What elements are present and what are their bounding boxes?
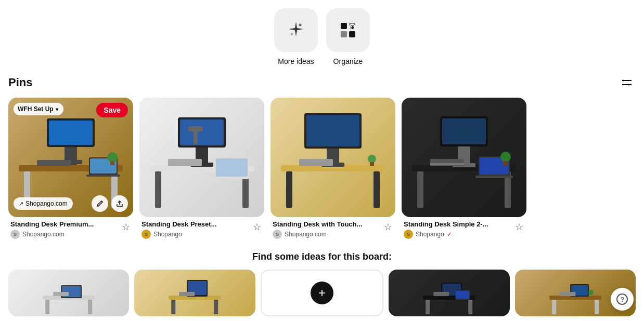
share-icon bbox=[116, 200, 123, 207]
edit-button-pin1[interactable] bbox=[92, 195, 108, 212]
save-star-pin2[interactable]: ☆ bbox=[252, 220, 262, 234]
chevron-down-icon: ▾ bbox=[56, 106, 58, 112]
pin-3-avatar: S bbox=[273, 230, 282, 239]
more-ideas-icon-wrap bbox=[274, 8, 318, 52]
pin-1-actions bbox=[92, 195, 128, 212]
svg-rect-5 bbox=[349, 31, 355, 37]
verified-icon: ✓ bbox=[447, 231, 452, 238]
svg-rect-75 bbox=[468, 300, 472, 314]
organize-icon: ⊞ bbox=[338, 20, 358, 41]
pin-card-3[interactable]: Standing Desk with Touch... S Shopango.c… bbox=[271, 98, 395, 239]
more-ideas-button[interactable]: More ideas bbox=[274, 8, 318, 65]
svg-point-59 bbox=[500, 152, 511, 162]
idea-card-2[interactable] bbox=[134, 270, 255, 316]
pin-2-source-row: S Shopango bbox=[141, 230, 252, 239]
ideas-row: + bbox=[8, 270, 636, 316]
find-ideas-section: Find some ideas for this board: bbox=[0, 239, 644, 321]
svg-rect-48 bbox=[417, 171, 423, 208]
help-icon: ? bbox=[616, 293, 628, 305]
share-button-pin1[interactable] bbox=[111, 195, 128, 212]
pin-1-source: Shopango.com bbox=[22, 231, 65, 238]
pin-card-4[interactable]: Standing Desk Simple 2-... S Shopango ✓ … bbox=[402, 98, 526, 239]
pin-1-text: Standing Desk Premium... S Shopango.com bbox=[10, 220, 121, 239]
svg-point-0 bbox=[299, 24, 302, 26]
svg-rect-86 bbox=[560, 292, 575, 296]
pin-4-info: Standing Desk Simple 2-... S Shopango ✓ … bbox=[402, 217, 526, 239]
idea-img-4 bbox=[389, 270, 509, 316]
pin-image-2 bbox=[139, 98, 264, 217]
save-star-pin1[interactable]: ☆ bbox=[121, 220, 131, 234]
external-link-icon: ↗ bbox=[19, 200, 23, 207]
find-ideas-title: Find some ideas for this board: bbox=[8, 251, 636, 262]
save-star-pin4[interactable]: ☆ bbox=[514, 220, 524, 234]
more-ideas-label: More ideas bbox=[278, 57, 314, 65]
idea-img-2 bbox=[134, 270, 255, 316]
svg-rect-53 bbox=[442, 118, 486, 144]
svg-rect-58 bbox=[430, 163, 464, 165]
svg-rect-44 bbox=[299, 159, 333, 166]
svg-rect-36 bbox=[188, 126, 203, 131]
pin-2-info: Standing Desk Preset... S Shopango ☆ bbox=[139, 217, 264, 239]
pin-desk-svg-4 bbox=[402, 98, 526, 217]
pin-card-1[interactable]: WFH Set Up ▾ Save ↗ Shopango.com bbox=[8, 98, 133, 239]
filter-icon bbox=[621, 77, 633, 88]
pin-4-avatar: S bbox=[404, 230, 413, 239]
svg-text:⊞: ⊞ bbox=[350, 24, 354, 30]
edit-icon bbox=[96, 200, 104, 207]
svg-rect-4 bbox=[341, 31, 347, 37]
idea-card-4[interactable] bbox=[389, 270, 509, 316]
organize-label: Organize bbox=[333, 57, 363, 65]
organize-button[interactable]: ⊞ Organize bbox=[326, 8, 370, 65]
pin-1-info: Standing Desk Premium... S Shopango.com … bbox=[8, 217, 133, 239]
svg-rect-72 bbox=[179, 292, 195, 296]
pins-grid: WFH Set Up ▾ Save ↗ Shopango.com bbox=[8, 98, 636, 239]
idea-img-1 bbox=[8, 270, 129, 316]
pin-1-title: Standing Desk Premium... bbox=[10, 220, 104, 228]
svg-rect-33 bbox=[216, 158, 248, 177]
svg-rect-39 bbox=[373, 171, 380, 208]
svg-rect-80 bbox=[456, 291, 469, 299]
svg-rect-82 bbox=[552, 300, 556, 314]
svg-rect-83 bbox=[595, 300, 599, 314]
pin-3-source-row: S Shopango.com bbox=[273, 230, 383, 239]
pin-1-avatar: S bbox=[10, 230, 20, 239]
top-actions-bar: More ideas ⊞ Organize bbox=[0, 0, 644, 70]
pin-3-source: Shopango.com bbox=[285, 231, 327, 238]
pin-2-text: Standing Desk Preset... S Shopango bbox=[141, 220, 252, 239]
svg-rect-24 bbox=[110, 161, 114, 165]
pin-4-source: Shopango bbox=[416, 231, 444, 238]
svg-rect-56 bbox=[475, 176, 513, 178]
svg-rect-46 bbox=[370, 162, 374, 166]
add-idea-button[interactable]: + bbox=[311, 282, 333, 304]
svg-rect-74 bbox=[426, 300, 430, 314]
svg-rect-78 bbox=[433, 292, 449, 296]
board-tag[interactable]: WFH Set Up ▾ bbox=[14, 103, 63, 115]
save-button-pin1[interactable]: Save bbox=[96, 103, 128, 117]
pin-card-2[interactable]: Standing Desk Preset... S Shopango ☆ bbox=[139, 98, 264, 239]
svg-point-1 bbox=[291, 33, 293, 35]
pin-4-source-row: S Shopango ✓ bbox=[404, 230, 514, 239]
svg-rect-60 bbox=[504, 161, 508, 166]
pin-image-1: WFH Set Up ▾ Save ↗ Shopango.com bbox=[8, 98, 133, 217]
pin-image-3 bbox=[271, 98, 395, 217]
svg-rect-68 bbox=[172, 300, 176, 314]
pin-2-source: Shopango bbox=[153, 231, 182, 238]
pin-1-bottom-overlay: ↗ Shopango.com bbox=[14, 195, 128, 212]
idea-card-1[interactable] bbox=[8, 270, 129, 316]
pin-3-text: Standing Desk with Touch... S Shopango.c… bbox=[273, 220, 383, 239]
save-star-pin3[interactable]: ☆ bbox=[383, 220, 393, 234]
pin-desk-svg-3 bbox=[271, 98, 395, 217]
svg-rect-69 bbox=[214, 300, 218, 314]
idea-card-add[interactable]: + bbox=[261, 270, 383, 316]
svg-rect-21 bbox=[86, 175, 120, 177]
pin-image-4 bbox=[402, 98, 526, 217]
svg-rect-22 bbox=[37, 160, 71, 166]
source-tag-pin1: ↗ Shopango.com bbox=[14, 197, 73, 210]
pin-2-title: Standing Desk Preset... bbox=[141, 220, 235, 228]
help-button[interactable]: ? bbox=[611, 288, 634, 311]
svg-rect-26 bbox=[155, 171, 161, 208]
pins-section: Pins bbox=[0, 70, 644, 239]
pin-1-source-row: S Shopango.com bbox=[10, 230, 121, 239]
pin-1-overlay-top: WFH Set Up ▾ bbox=[14, 103, 63, 115]
filter-button[interactable] bbox=[618, 74, 636, 91]
